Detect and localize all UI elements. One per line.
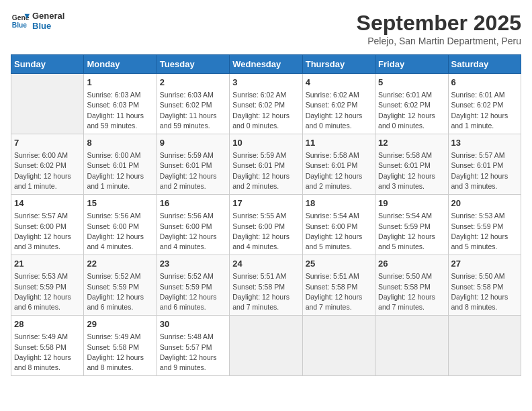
- day-number: 17: [232, 197, 299, 210]
- day-number: 20: [451, 197, 518, 210]
- day-detail: Sunrise: 5:57 AM Sunset: 6:00 PM Dayligh…: [14, 211, 81, 252]
- day-cell: 6Sunrise: 6:01 AM Sunset: 6:02 PM Daylig…: [448, 74, 521, 134]
- day-cell: 13Sunrise: 5:57 AM Sunset: 6:01 PM Dayli…: [448, 134, 521, 195]
- day-number: 27: [451, 258, 518, 270]
- day-number: 8: [87, 137, 153, 149]
- day-cell: 3Sunrise: 6:02 AM Sunset: 6:02 PM Daylig…: [230, 74, 302, 134]
- day-cell: 17Sunrise: 5:55 AM Sunset: 6:00 PM Dayli…: [230, 195, 302, 255]
- week-row-4: 21Sunrise: 5:53 AM Sunset: 5:59 PM Dayli…: [11, 255, 521, 316]
- day-cell: 19Sunrise: 5:54 AM Sunset: 5:59 PM Dayli…: [375, 195, 448, 255]
- day-detail: Sunrise: 5:55 AM Sunset: 6:00 PM Dayligh…: [232, 211, 299, 252]
- day-cell: [448, 316, 521, 376]
- day-number: 19: [378, 197, 445, 210]
- day-number: 6: [451, 77, 518, 89]
- week-row-3: 14Sunrise: 5:57 AM Sunset: 6:00 PM Dayli…: [11, 195, 521, 255]
- col-header-friday: Friday: [375, 55, 448, 74]
- day-cell: [375, 316, 448, 376]
- svg-text:Blue: Blue: [12, 21, 28, 29]
- day-number: 25: [306, 258, 372, 270]
- day-detail: Sunrise: 6:01 AM Sunset: 6:02 PM Dayligh…: [451, 90, 518, 131]
- logo-general: General: [32, 11, 64, 21]
- day-detail: Sunrise: 5:54 AM Sunset: 5:59 PM Dayligh…: [378, 211, 445, 252]
- day-cell: 27Sunrise: 5:50 AM Sunset: 5:58 PM Dayli…: [448, 255, 521, 316]
- day-detail: Sunrise: 5:49 AM Sunset: 5:58 PM Dayligh…: [14, 332, 81, 373]
- day-number: 28: [14, 318, 81, 330]
- col-header-thursday: Thursday: [302, 55, 375, 74]
- day-cell: 8Sunrise: 6:00 AM Sunset: 6:01 PM Daylig…: [84, 134, 157, 195]
- day-detail: Sunrise: 5:53 AM Sunset: 5:59 PM Dayligh…: [14, 271, 81, 312]
- week-row-1: 1Sunrise: 6:03 AM Sunset: 6:03 PM Daylig…: [11, 74, 521, 134]
- calendar-body: 1Sunrise: 6:03 AM Sunset: 6:03 PM Daylig…: [11, 74, 521, 376]
- day-number: 2: [160, 77, 226, 89]
- day-number: 9: [160, 137, 226, 149]
- day-detail: Sunrise: 5:53 AM Sunset: 5:59 PM Dayligh…: [451, 211, 518, 252]
- col-header-saturday: Saturday: [448, 55, 521, 74]
- day-cell: 16Sunrise: 5:56 AM Sunset: 6:00 PM Dayli…: [157, 195, 229, 255]
- day-cell: 30Sunrise: 5:48 AM Sunset: 5:57 PM Dayli…: [157, 316, 229, 376]
- col-header-wednesday: Wednesday: [230, 55, 302, 74]
- page-header: General Blue General Blue September 2025…: [11, 11, 521, 46]
- logo-icon: General Blue: [11, 11, 30, 30]
- day-number: 3: [232, 77, 299, 89]
- day-detail: Sunrise: 5:56 AM Sunset: 6:00 PM Dayligh…: [160, 211, 226, 252]
- day-cell: 22Sunrise: 5:52 AM Sunset: 5:59 PM Dayli…: [84, 255, 157, 316]
- day-number: 16: [160, 197, 226, 210]
- location: Pelejo, San Martin Department, Peru: [357, 36, 521, 46]
- day-number: 18: [306, 197, 372, 210]
- logo: General Blue General Blue: [11, 11, 64, 31]
- title-block: September 2025 Pelejo, San Martin Depart…: [357, 11, 521, 46]
- day-cell: 21Sunrise: 5:53 AM Sunset: 5:59 PM Dayli…: [11, 255, 84, 316]
- day-number: 1: [87, 77, 153, 89]
- col-header-monday: Monday: [84, 55, 157, 74]
- day-detail: Sunrise: 5:52 AM Sunset: 5:59 PM Dayligh…: [87, 271, 153, 312]
- day-number: 7: [14, 137, 81, 149]
- day-number: 13: [451, 137, 518, 149]
- day-detail: Sunrise: 5:51 AM Sunset: 5:58 PM Dayligh…: [306, 271, 372, 312]
- day-number: 4: [306, 77, 372, 89]
- day-detail: Sunrise: 5:58 AM Sunset: 6:01 PM Dayligh…: [378, 150, 445, 191]
- logo-blue: Blue: [32, 21, 64, 31]
- day-number: 30: [160, 318, 226, 330]
- day-cell: 4Sunrise: 6:02 AM Sunset: 6:02 PM Daylig…: [302, 74, 375, 134]
- day-detail: Sunrise: 6:02 AM Sunset: 6:02 PM Dayligh…: [306, 90, 372, 131]
- day-cell: 23Sunrise: 5:52 AM Sunset: 5:59 PM Dayli…: [157, 255, 229, 316]
- day-number: 10: [232, 137, 299, 149]
- day-detail: Sunrise: 5:49 AM Sunset: 5:58 PM Dayligh…: [87, 332, 153, 373]
- day-cell: 5Sunrise: 6:01 AM Sunset: 6:02 PM Daylig…: [375, 74, 448, 134]
- day-number: 21: [14, 258, 81, 270]
- day-cell: [230, 316, 302, 376]
- day-cell: 24Sunrise: 5:51 AM Sunset: 5:58 PM Dayli…: [230, 255, 302, 316]
- day-number: 22: [87, 258, 153, 270]
- day-detail: Sunrise: 5:56 AM Sunset: 6:00 PM Dayligh…: [87, 211, 153, 252]
- day-cell: 7Sunrise: 6:00 AM Sunset: 6:02 PM Daylig…: [11, 134, 84, 195]
- month-title: September 2025: [357, 11, 521, 36]
- day-number: 24: [232, 258, 299, 270]
- day-detail: Sunrise: 6:03 AM Sunset: 6:02 PM Dayligh…: [160, 90, 226, 131]
- day-detail: Sunrise: 6:00 AM Sunset: 6:02 PM Dayligh…: [14, 150, 81, 191]
- day-number: 23: [160, 258, 226, 270]
- day-cell: 20Sunrise: 5:53 AM Sunset: 5:59 PM Dayli…: [448, 195, 521, 255]
- day-detail: Sunrise: 5:59 AM Sunset: 6:01 PM Dayligh…: [160, 150, 226, 191]
- day-detail: Sunrise: 5:48 AM Sunset: 5:57 PM Dayligh…: [160, 332, 226, 373]
- col-header-tuesday: Tuesday: [157, 55, 229, 74]
- day-number: 29: [87, 318, 153, 330]
- day-cell: [302, 316, 375, 376]
- col-header-sunday: Sunday: [11, 55, 84, 74]
- day-cell: 15Sunrise: 5:56 AM Sunset: 6:00 PM Dayli…: [84, 195, 157, 255]
- day-number: 14: [14, 197, 81, 210]
- day-detail: Sunrise: 5:52 AM Sunset: 5:59 PM Dayligh…: [160, 271, 226, 312]
- day-number: 26: [378, 258, 445, 270]
- day-number: 15: [87, 197, 153, 210]
- day-cell: 26Sunrise: 5:50 AM Sunset: 5:58 PM Dayli…: [375, 255, 448, 316]
- day-detail: Sunrise: 5:51 AM Sunset: 5:58 PM Dayligh…: [232, 271, 299, 312]
- day-detail: Sunrise: 6:03 AM Sunset: 6:03 PM Dayligh…: [87, 90, 153, 131]
- day-cell: 25Sunrise: 5:51 AM Sunset: 5:58 PM Dayli…: [302, 255, 375, 316]
- day-cell: 29Sunrise: 5:49 AM Sunset: 5:58 PM Dayli…: [84, 316, 157, 376]
- calendar-header-row: SundayMondayTuesdayWednesdayThursdayFrid…: [11, 55, 521, 74]
- calendar-table: SundayMondayTuesdayWednesdayThursdayFrid…: [11, 54, 521, 376]
- day-detail: Sunrise: 5:57 AM Sunset: 6:01 PM Dayligh…: [451, 150, 518, 191]
- day-cell: 9Sunrise: 5:59 AM Sunset: 6:01 PM Daylig…: [157, 134, 229, 195]
- day-detail: Sunrise: 6:01 AM Sunset: 6:02 PM Dayligh…: [378, 90, 445, 131]
- day-cell: 2Sunrise: 6:03 AM Sunset: 6:02 PM Daylig…: [157, 74, 229, 134]
- day-detail: Sunrise: 5:50 AM Sunset: 5:58 PM Dayligh…: [451, 271, 518, 312]
